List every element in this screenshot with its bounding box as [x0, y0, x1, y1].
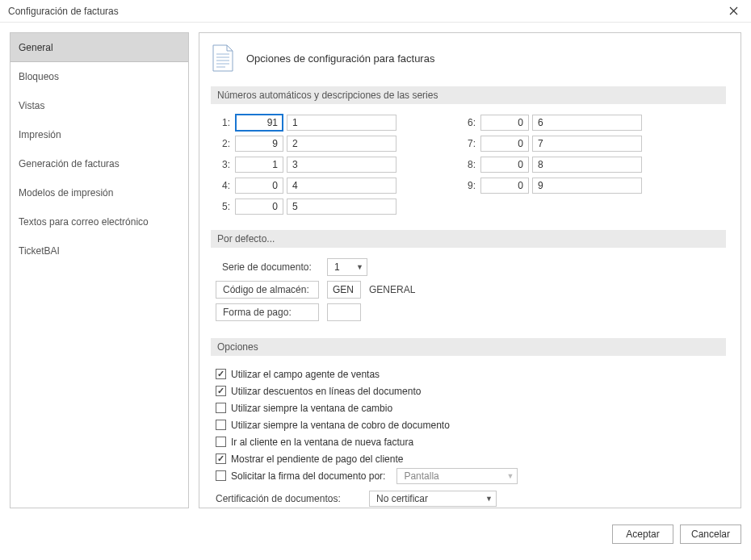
- series-number-input[interactable]: 91: [235, 114, 283, 132]
- series-number-input[interactable]: 0: [480, 157, 529, 173]
- sidebar: GeneralBloqueosVistasImpresiónGeneración…: [10, 32, 189, 508]
- payment-value[interactable]: [327, 303, 361, 321]
- option-checkbox[interactable]: [216, 369, 226, 379]
- series-desc-input[interactable]: 2: [287, 136, 396, 152]
- series-row: 6:06: [461, 114, 642, 132]
- warehouse-desc: GENERAL: [369, 284, 415, 295]
- option-row: Utilizar el campo agente de ventas: [216, 366, 721, 382]
- section-series-title: Números automáticos y descripciones de l…: [211, 86, 726, 104]
- sidebar-item[interactable]: Bloqueos: [10, 62, 188, 91]
- series-desc-input[interactable]: 4: [287, 178, 396, 194]
- sidebar-item[interactable]: TicketBAI: [10, 236, 188, 265]
- cert-value: No certificar: [376, 493, 428, 504]
- option-checkbox[interactable]: [216, 403, 226, 413]
- option-label: Utilizar el campo agente de ventas: [231, 369, 380, 380]
- option-row: Utilizar descuentos en líneas del docume…: [216, 382, 721, 399]
- series-label: 3:: [216, 159, 235, 170]
- series-row: 4:04: [216, 177, 396, 194]
- series-desc-input[interactable]: 1: [287, 115, 396, 131]
- option-checkbox[interactable]: [216, 437, 226, 447]
- series-label: 9:: [461, 180, 480, 191]
- option-label: Mostrar el pendiente de pago del cliente: [231, 453, 403, 465]
- series-desc-input[interactable]: 6: [532, 115, 642, 131]
- footer: Aceptar Cancelar: [0, 518, 751, 550]
- cert-combo[interactable]: No certificar ▼: [369, 491, 497, 507]
- option-checkbox[interactable]: [216, 386, 226, 396]
- warehouse-label[interactable]: Código de almacén:: [216, 281, 319, 299]
- section-options-title: Opciones: [211, 338, 726, 356]
- doc-series-combo[interactable]: 1 ▼: [327, 258, 367, 276]
- close-icon[interactable]: [722, 0, 745, 23]
- sign-method-combo[interactable]: Pantalla ▼: [396, 468, 518, 484]
- option-label: Utilizar descuentos en líneas del docume…: [231, 386, 421, 397]
- series-label: 8:: [461, 159, 480, 170]
- sidebar-item[interactable]: Vistas: [10, 91, 188, 120]
- series-label: 1:: [216, 117, 235, 128]
- sidebar-item[interactable]: Textos para correo electrónico: [10, 207, 188, 236]
- series-number-input[interactable]: 0: [480, 115, 529, 131]
- option-sign-checkbox[interactable]: [216, 470, 226, 481]
- sign-method-value: Pantalla: [404, 470, 438, 482]
- option-row: Utilizar siempre la ventana de cambio: [216, 399, 721, 416]
- page-title: Opciones de configuración para facturas: [246, 52, 434, 65]
- option-checkbox[interactable]: [216, 420, 226, 430]
- window-title: Configuración de facturas: [8, 6, 119, 17]
- series-label: 6:: [461, 117, 480, 128]
- series-row: 5:05: [216, 198, 396, 215]
- series-number-input[interactable]: 9: [235, 136, 283, 152]
- series-grid: 1:9112:923:134:045:05 6:067:078:089:09: [211, 114, 726, 230]
- option-label: Utilizar siempre la ventana de cambio: [231, 403, 392, 414]
- series-label: 7:: [461, 138, 480, 149]
- doc-series-label: Serie de documento:: [216, 261, 319, 273]
- series-row: 8:08: [461, 156, 642, 173]
- chevron-down-icon: ▼: [485, 495, 493, 503]
- series-number-input[interactable]: 1: [235, 157, 283, 173]
- cancel-button[interactable]: Cancelar: [680, 524, 741, 544]
- option-label: Utilizar siempre la ventana de cobro de …: [231, 420, 450, 431]
- series-number-input[interactable]: 0: [480, 178, 529, 194]
- sidebar-item[interactable]: General: [10, 33, 188, 62]
- content-panel: Opciones de configuración para facturas …: [199, 32, 741, 508]
- chevron-down-icon: ▼: [507, 472, 514, 480]
- warehouse-code[interactable]: GEN: [327, 281, 361, 299]
- title-bar: Configuración de facturas: [0, 0, 751, 23]
- series-label: 2:: [216, 138, 235, 149]
- series-row: 1:911: [216, 114, 396, 132]
- option-label: Ir al cliente en la ventana de nueva fac…: [231, 437, 413, 448]
- sidebar-item[interactable]: Modelos de impresión: [10, 178, 188, 207]
- series-number-input[interactable]: 0: [235, 199, 283, 215]
- cert-label: Certificación de documentos:: [216, 493, 369, 504]
- series-desc-input[interactable]: 3: [287, 157, 396, 173]
- option-sign-label: Solicitar la firma del documento por:: [231, 470, 385, 482]
- section-defaults-title: Por defecto...: [211, 230, 726, 248]
- series-desc-input[interactable]: 8: [532, 157, 642, 173]
- series-desc-input[interactable]: 9: [532, 178, 642, 194]
- doc-series-value: 1: [334, 261, 340, 273]
- sidebar-item[interactable]: Generación de facturas: [10, 149, 188, 178]
- document-icon: [211, 44, 233, 72]
- series-row: 9:09: [461, 177, 642, 194]
- series-desc-input[interactable]: 5: [287, 199, 396, 215]
- accept-button[interactable]: Aceptar: [612, 524, 673, 544]
- series-desc-input[interactable]: 7: [532, 136, 642, 152]
- option-row: Utilizar siempre la ventana de cobro de …: [216, 416, 721, 433]
- series-number-input[interactable]: 0: [235, 178, 283, 194]
- series-label: 5:: [216, 201, 235, 212]
- series-row: 3:13: [216, 156, 396, 173]
- series-number-input[interactable]: 0: [480, 136, 529, 152]
- sidebar-item[interactable]: Impresión: [10, 120, 188, 149]
- series-row: 2:92: [216, 135, 396, 153]
- option-row: Mostrar el pendiente de pago del cliente: [216, 450, 721, 467]
- series-label: 4:: [216, 180, 235, 191]
- option-row: Ir al cliente en la ventana de nueva fac…: [216, 433, 721, 450]
- option-checkbox[interactable]: [216, 453, 226, 464]
- payment-label[interactable]: Forma de pago:: [216, 303, 319, 321]
- chevron-down-icon: ▼: [356, 263, 363, 271]
- series-row: 7:07: [461, 135, 642, 153]
